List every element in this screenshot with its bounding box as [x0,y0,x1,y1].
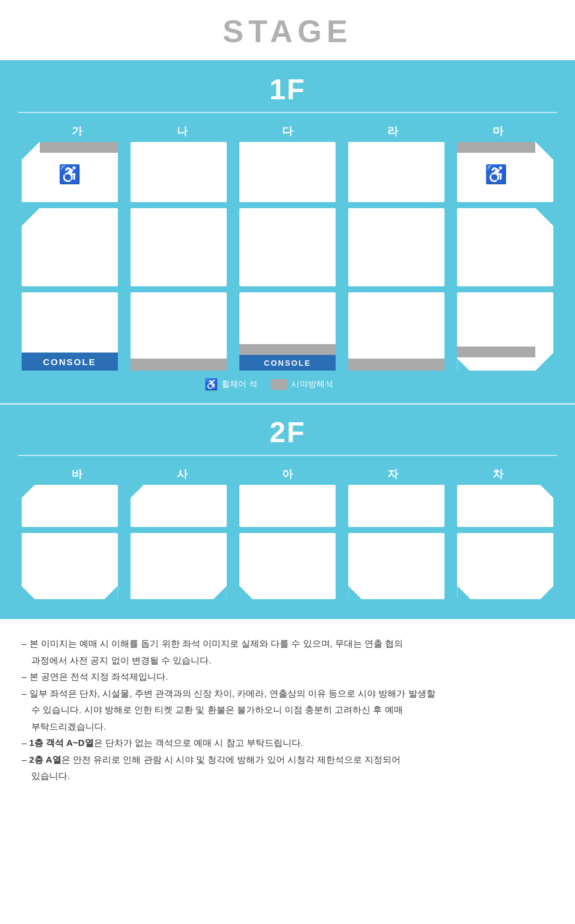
note-4-bold: 1층 객석 A~D열 [29,738,94,748]
col-label-ja: 자 [345,467,441,481]
floor2-section: 2F 바 사 아 자 차 [0,403,575,617]
note-3c: 부탁드리겠습니다. [22,719,553,735]
note-4: – 1층 객석 A~D열은 단차가 없는 객석으로 예매 시 참고 부탁드립니다… [22,735,553,751]
seat-block-ma-r2 [457,208,553,286]
seat-block-ra-r2 [348,208,444,286]
console-label-da: CONSOLE [239,355,336,371]
floor1-label: 1F [18,73,557,106]
stage-title: STAGE [0,13,575,49]
seat-block-na-r3 [131,292,227,371]
seat-block-ga-r1: ♿ [22,142,118,202]
f2-block-ja-r1 [348,485,444,527]
floor1-row2 [18,208,557,286]
f2-block-sa-r2 [131,533,227,599]
note-5: – 2층 A열은 안전 유리로 인해 관람 시 시야 및 청각에 방해가 있어 … [22,752,553,768]
floor1-section: 1F 가 나 다 라 마 ♿ ♿ [0,62,575,403]
floor2-row1 [18,485,557,527]
wheelchair-icon-ma: ♿ [485,164,507,185]
note-1b: 과정에서 사전 공지 없이 변경될 수 있습니다. [22,653,553,668]
notes-section: – 본 이미지는 예매 시 이해를 돕기 위한 좌석 이미지로 실제와 다를 수… [0,617,575,809]
col-label-cha: 차 [450,467,546,481]
seat-block-ma-r1: ♿ [457,142,553,202]
f2-block-sa-r1 [131,485,227,527]
col-label-ga: 가 [29,124,125,138]
wheelchair-icon-ga: ♿ [58,164,81,185]
f2-block-aa-r1 [239,485,336,527]
seat-block-da-r3: CONSOLE [239,292,336,371]
f2-block-cha-r1 [457,485,553,527]
note-1: – 본 이미지는 예매 시 이해를 돕기 위한 좌석 이미지로 실제와 다를 수… [22,636,553,651]
sightline-legend-text: 시야방해석 [291,379,333,390]
seat-block-da-r1 [239,142,336,202]
seat-block-na-r2 [131,208,227,286]
f2-block-ba-r2 [22,533,118,599]
stage-header: STAGE [0,0,575,62]
col-label-da: 다 [239,124,336,138]
seat-block-da-r2 [239,208,336,286]
col-label-sa: 사 [134,467,230,481]
seat-block-ma-r3 [457,292,553,371]
col-label-ma: 마 [450,124,546,138]
seat-block-ra-r1 [348,142,444,202]
seat-block-ga-r2 [22,208,118,286]
col-label-ba: 바 [29,467,125,481]
console-label-ga: CONSOLE [22,353,118,371]
note-5b: 있습니다. [22,768,553,784]
floor1-column-labels: 가 나 다 라 마 [18,124,557,138]
note-5-bold: 2층 A열 [29,754,61,765]
note-3b: 수 있습니다. 시야 방해로 인한 티켓 교환 및 환불은 불가하오니 이점 충… [22,702,553,718]
note-3: – 일부 좌석은 단차, 시설물, 주변 관객과의 신장 차이, 카메라, 연출… [22,686,553,701]
floor2-row2 [18,533,557,599]
seat-block-ra-r3 [348,292,444,371]
seat-block-ga-r3: CONSOLE [22,292,118,371]
col-label-na: 나 [134,124,230,138]
f2-block-ja-r2 [348,533,444,599]
wheelchair-legend-icon: ♿ [204,378,218,391]
floor2-column-labels: 바 사 아 자 차 [18,467,557,481]
f2-block-ba-r1 [22,485,118,527]
floor1-row3: CONSOLE CONSOLE [18,292,557,371]
col-label-ra: 라 [345,124,441,138]
floor2-label: 2F [18,416,557,449]
wheelchair-legend-text: 휠체어 석 [221,379,257,390]
f2-block-aa-r2 [239,533,336,599]
col-label-aa: 아 [239,467,336,481]
legend-row: ♿ 휠체어 석 시야방해석 [18,378,557,391]
seat-block-na-r1 [131,142,227,202]
sightline-legend-box [271,379,288,390]
note-2: – 본 공연은 전석 지정 좌석제입니다. [22,669,553,685]
floor1-row1: ♿ ♿ [18,142,557,202]
f2-block-cha-r2 [457,533,553,599]
